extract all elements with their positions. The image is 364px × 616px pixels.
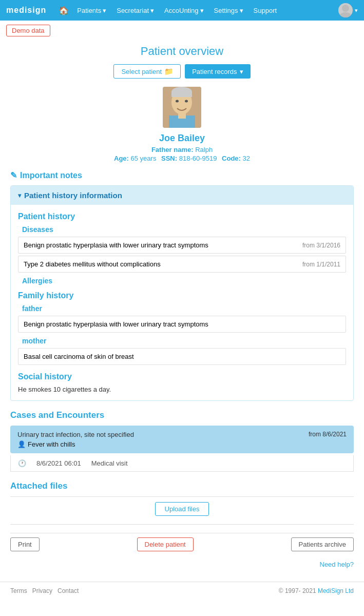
family-history-title: Family history (18, 291, 346, 300)
case-symptom-row: 👤 Fever with chills (17, 440, 347, 448)
avatar[interactable] (338, 3, 353, 17)
cases-title: Cases and Encounters (10, 410, 354, 420)
ssn-label: SSN: (161, 155, 177, 162)
social-history-title: Social history (18, 372, 346, 381)
patients-archive-button[interactable]: Patients archive (291, 537, 354, 551)
nav-items: Patients ▾ Secretariat ▾ AccoUnting ▾ Se… (73, 5, 338, 16)
case-symptom: Fever with chills (28, 440, 75, 448)
footer-contact-link[interactable]: Contact (58, 587, 79, 594)
patient-history-panel-header[interactable]: ▾ Patient history information (11, 186, 353, 205)
father-label: Father name: (151, 146, 194, 153)
upload-files-button[interactable]: Upload files (155, 502, 209, 516)
nav-secretariat-chevron: ▾ (150, 7, 154, 14)
code-label: Code: (222, 155, 241, 162)
patient-history-title: Patient history (18, 212, 346, 221)
select-patient-button[interactable]: Select patient 📁 (113, 64, 181, 79)
encounter-row: 🕐 8/6/2021 06:01 Medical visit (10, 455, 354, 472)
patient-photo-container (10, 87, 354, 128)
disease-row-2: Type 2 diabetes mellitus without complic… (18, 256, 346, 273)
mother-title: mother (22, 337, 346, 345)
nav-secretariat-label: Secretariat (117, 7, 149, 14)
svg-point-0 (342, 5, 349, 12)
patient-name: Joe Bailey (10, 133, 354, 144)
upload-btn-row: Upload files (10, 502, 354, 516)
patient-photo (163, 87, 201, 128)
print-button[interactable]: Print (10, 537, 40, 551)
case-date: from 8/6/2021 (309, 431, 347, 438)
case-card-header: Urinary tract infection, site not specif… (10, 426, 354, 453)
age-label: Age: (114, 155, 129, 162)
nav-right: ▾ (338, 3, 358, 17)
patient-history-panel: ▾ Patient history information Patient hi… (10, 185, 354, 401)
delete-patient-button[interactable]: Delete patient (137, 537, 194, 551)
mother-disease: Basal cell carcinoma of skin of breast (24, 353, 134, 360)
disease-date-2: from 1/1/2011 (302, 261, 340, 268)
svg-rect-5 (171, 92, 192, 97)
panel-header-title: Patient history information (24, 191, 122, 200)
divider-files (10, 496, 354, 497)
chevron-down-icon: ▾ (240, 68, 243, 75)
navbar: medisign 🏠 Patients ▾ Secretariat ▾ Acco… (0, 0, 364, 21)
edit-icon: ✎ (10, 170, 17, 180)
need-help-link[interactable]: Need help? (10, 561, 354, 568)
allergies-title: Allergies (22, 277, 346, 285)
action-buttons-row: Select patient 📁 Patient records ▾ (10, 64, 354, 79)
disease-name-2: Type 2 diabetes mellitus without complic… (24, 260, 161, 268)
encounter-datetime: 8/6/2021 06:01 (36, 459, 81, 467)
select-patient-label: Select patient (121, 68, 162, 75)
social-history-text: He smokes 10 cigarettes a day. (18, 386, 346, 393)
father-value: Ralph (195, 146, 213, 153)
footer-terms-link[interactable]: Terms (10, 587, 27, 594)
patient-details: Age: 65 years SSN: 818-60-9519 Code: 32 (10, 155, 354, 162)
case-card: Urinary tract infection, site not specif… (10, 426, 354, 472)
father-disease: Benign prostatic hyperplasia with lower … (24, 320, 208, 328)
panel-chevron: ▾ (18, 192, 21, 199)
ssn-value: 818-60-9519 (179, 155, 217, 162)
father-title: father (22, 304, 346, 313)
nav-accounting-chevron: ▾ (200, 7, 204, 14)
footer-privacy-link[interactable]: Privacy (32, 587, 52, 594)
clock-icon: 🕐 (18, 459, 26, 467)
nav-settings-chevron: ▾ (240, 7, 243, 14)
folder-icon: 📁 (164, 67, 173, 75)
case-header-row: Urinary tract infection, site not specif… (17, 431, 347, 438)
nav-patients-label: Patients (77, 7, 101, 14)
nav-accounting[interactable]: AccoUnting ▾ (160, 5, 207, 16)
nav-patients-chevron: ▾ (103, 7, 106, 14)
case-title: Urinary tract infection, site not specif… (17, 431, 134, 438)
patient-records-button[interactable]: Patient records ▾ (185, 64, 250, 79)
nav-accounting-label: AccoUnting (164, 7, 198, 14)
father-disease-row: Benign prostatic hyperplasia with lower … (18, 316, 346, 333)
patient-records-label: Patient records (192, 68, 237, 75)
important-notes-title: Important notes (20, 171, 82, 180)
code-value: 32 (243, 155, 250, 162)
demo-data-button[interactable]: Demo data (6, 25, 50, 36)
footer-copyright: © 1997- 2021 MediSign Ltd (279, 587, 354, 594)
main-content: Patient overview Select patient 📁 Patien… (0, 45, 364, 582)
nav-settings-label: Settings (214, 7, 238, 14)
avatar-chevron[interactable]: ▾ (355, 7, 358, 14)
demo-data-area: Demo data (0, 21, 364, 36)
person-icon: 👤 (17, 440, 26, 448)
nav-secretariat[interactable]: Secretariat ▾ (112, 5, 158, 16)
svg-rect-9 (178, 113, 186, 119)
home-icon[interactable]: 🏠 (54, 4, 73, 17)
svg-point-6 (176, 100, 179, 103)
divider-actions (10, 524, 354, 525)
footer-links: Terms Privacy Contact (10, 587, 79, 594)
patient-father: Father name: Ralph (10, 146, 354, 153)
nav-settings[interactable]: Settings ▾ (210, 5, 247, 16)
action-buttons: Print Delete patient Patients archive (10, 533, 354, 555)
brand-logo[interactable]: medisign (6, 6, 46, 15)
disease-date-1: from 3/1/2016 (302, 242, 340, 249)
diseases-title: Diseases (22, 225, 346, 234)
disease-row-1: Benign prostatic hyperplasia with lower … (18, 237, 346, 254)
nav-patients[interactable]: Patients ▾ (73, 5, 110, 16)
attached-files-title: Attached files (10, 481, 354, 491)
important-notes-header: ✎ Important notes (10, 170, 354, 180)
svg-point-1 (339, 12, 352, 17)
footer-brand: MediSign Ltd (318, 587, 354, 594)
nav-support-label: Support (254, 7, 277, 14)
patient-history-panel-body: Patient history Diseases Benign prostati… (11, 205, 353, 400)
nav-support[interactable]: Support (250, 5, 281, 16)
